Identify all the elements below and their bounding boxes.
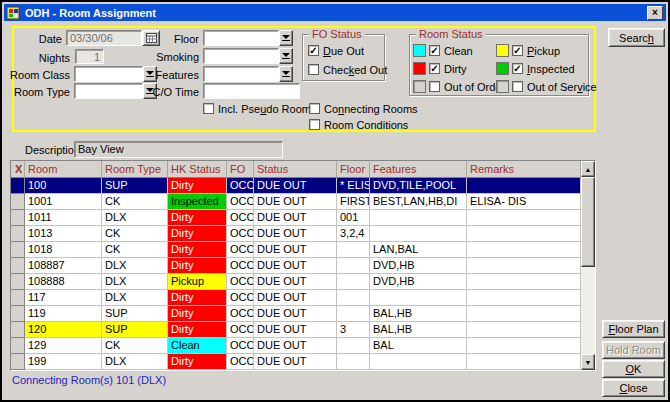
table-row[interactable]: 1011DLXDirtyOCCDUE OUT001 (11, 210, 595, 226)
table-row[interactable]: 108888DLXPickupOCCDUE OUTDVD,HB (11, 274, 595, 290)
close-icon[interactable]: × (647, 6, 663, 20)
cell-remarks[interactable] (467, 226, 581, 242)
cell-floor[interactable]: FIRST F (337, 194, 370, 210)
cell-remarks[interactable] (467, 242, 581, 258)
date-field[interactable]: 03/30/06 (66, 30, 142, 46)
cell-room[interactable]: 119 (25, 306, 102, 322)
table-row[interactable]: 119SUPDirtyOCCDUE OUTBAL,HB (11, 306, 595, 322)
cell-floor[interactable] (337, 338, 370, 354)
smoking-dropdown-button[interactable] (279, 48, 293, 64)
cell-features[interactable]: LAN,BAL (370, 242, 467, 258)
cell-features[interactable]: BAL (370, 338, 467, 354)
connecting-rooms-checkbox[interactable] (309, 103, 320, 114)
cell-remarks[interactable] (467, 178, 581, 194)
pickup-checkbox[interactable]: ✓ (512, 45, 523, 56)
cell-fo[interactable]: OCC (227, 354, 254, 370)
row-selector[interactable] (11, 178, 25, 194)
incl-pseudo-rooms-checkbox[interactable] (203, 103, 214, 114)
table-row[interactable]: 1018CKDirtyOCCDUE OUTLAN,BAL (11, 242, 595, 258)
features-field[interactable] (203, 66, 279, 82)
cell-hk-status[interactable]: Dirty (168, 354, 227, 370)
cell-status[interactable]: DUE OUT (254, 354, 337, 370)
cell-remarks[interactable] (467, 210, 581, 226)
cell-hk-status[interactable]: Dirty (168, 306, 227, 322)
cell-status[interactable]: DUE OUT (254, 242, 337, 258)
table-row[interactable]: 120SUPDirtyOCCDUE OUT3BAL,HB (11, 322, 595, 338)
cell-room-type[interactable]: DLX (102, 274, 168, 290)
cell-room[interactable]: 108888 (25, 274, 102, 290)
table-row[interactable]: 100SUPDirtyOCCDUE OUT* ELISADVD,TILE,POO… (11, 178, 595, 194)
cell-status[interactable]: DUE OUT (254, 210, 337, 226)
scroll-down-icon[interactable]: ▼ (581, 354, 595, 370)
cell-status[interactable]: DUE OUT (254, 274, 337, 290)
cell-hk-status[interactable]: Clean (168, 338, 227, 354)
column-header-room[interactable]: Room (25, 161, 102, 178)
cell-room[interactable]: 1013 (25, 226, 102, 242)
cell-remarks[interactable]: ELISA- DIS (467, 194, 581, 210)
clean-checkbox[interactable]: ✓ (429, 45, 440, 56)
cell-status[interactable]: DUE OUT (254, 178, 337, 194)
cell-room[interactable]: 100 (25, 178, 102, 194)
cell-hk-status[interactable]: Dirty (168, 290, 227, 306)
cell-room[interactable]: 117 (25, 290, 102, 306)
cell-hk-status[interactable]: Inspected (168, 194, 227, 210)
column-header-features[interactable]: Features (370, 161, 467, 178)
row-selector[interactable] (11, 322, 25, 338)
cell-features[interactable]: BAL,HB (370, 322, 467, 338)
cell-floor[interactable] (337, 242, 370, 258)
cell-hk-status[interactable]: Dirty (168, 258, 227, 274)
cell-fo[interactable]: OCC (227, 258, 254, 274)
cell-remarks[interactable] (467, 306, 581, 322)
description-field[interactable]: Bay View (74, 141, 283, 158)
inspected-checkbox[interactable]: ✓ (512, 63, 523, 74)
cell-fo[interactable]: OCC (227, 322, 254, 338)
room-conditions-checkbox[interactable] (309, 119, 320, 130)
column-header-room-type[interactable]: Room Type (102, 161, 168, 178)
cell-room[interactable]: 1018 (25, 242, 102, 258)
cell-room-type[interactable]: CK (102, 338, 168, 354)
row-selector[interactable] (11, 306, 25, 322)
table-row[interactable]: 117DLXDirtyOCCDUE OUT (11, 290, 595, 306)
cell-floor[interactable] (337, 290, 370, 306)
cell-floor[interactable] (337, 306, 370, 322)
row-selector[interactable] (11, 194, 25, 210)
smoking-field[interactable] (203, 48, 279, 64)
cell-floor[interactable] (337, 258, 370, 274)
cell-fo[interactable]: OCC (227, 226, 254, 242)
cell-floor[interactable] (337, 354, 370, 370)
floor-field[interactable] (203, 30, 279, 46)
cell-features[interactable]: DVD,HB (370, 258, 467, 274)
table-scrollbar[interactable]: ▲ ▼ (581, 161, 595, 370)
table-row[interactable]: 108887DLXDirtyOCCDUE OUTDVD,HB (11, 258, 595, 274)
features-dropdown-button[interactable] (279, 66, 293, 82)
cell-room-type[interactable]: CK (102, 226, 168, 242)
cell-features[interactable] (370, 354, 467, 370)
cell-room[interactable]: 108887 (25, 258, 102, 274)
cell-hk-status[interactable]: Pickup (168, 274, 227, 290)
column-header-remarks[interactable]: Remarks (467, 161, 581, 178)
cell-room-type[interactable]: SUP (102, 178, 168, 194)
cell-floor[interactable]: 3 (337, 322, 370, 338)
close-button[interactable]: Close (602, 379, 665, 397)
cell-room-type[interactable]: CK (102, 242, 168, 258)
table-row[interactable]: 1001CKInspectedOCCDUE OUTFIRST FBEST,LAN… (11, 194, 595, 210)
cell-features[interactable]: BAL,HB (370, 306, 467, 322)
cell-fo[interactable]: OCC (227, 290, 254, 306)
column-header-floor[interactable]: Floor (337, 161, 370, 178)
scroll-up-icon[interactable]: ▲ (581, 161, 595, 177)
nights-field[interactable]: 1 (75, 49, 104, 64)
row-selector[interactable] (11, 242, 25, 258)
cell-room-type[interactable]: DLX (102, 290, 168, 306)
cell-room[interactable]: 120 (25, 322, 102, 338)
out-of-service-checkbox[interactable] (512, 81, 523, 92)
cell-room-type[interactable]: DLX (102, 354, 168, 370)
row-selector[interactable] (11, 210, 25, 226)
row-selector[interactable] (11, 226, 25, 242)
cell-floor[interactable]: 001 (337, 210, 370, 226)
floor-dropdown-button[interactable] (279, 30, 293, 46)
table-row[interactable]: 129CKCleanOCCDUE OUTBAL (11, 338, 595, 354)
cell-fo[interactable]: OCC (227, 178, 254, 194)
cell-status[interactable]: DUE OUT (254, 258, 337, 274)
cell-status[interactable]: DUE OUT (254, 338, 337, 354)
cell-room[interactable]: 1011 (25, 210, 102, 226)
